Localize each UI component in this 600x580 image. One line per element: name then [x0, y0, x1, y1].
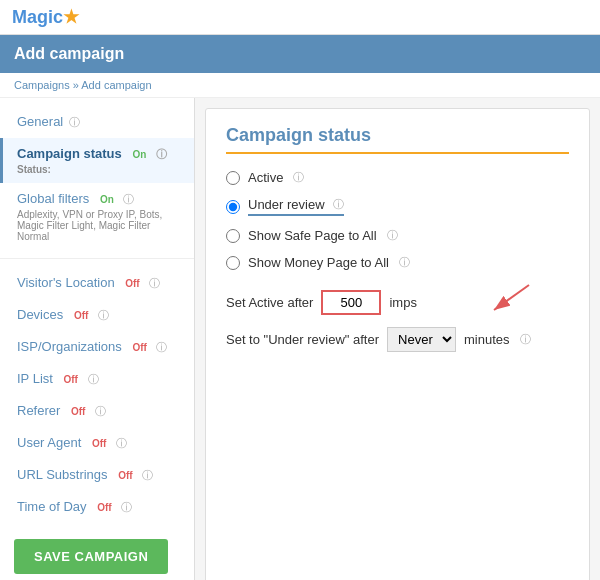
- sidebar-sub-global: Adplexity, VPN or Proxy IP, Bots, Magic …: [17, 209, 180, 242]
- sidebar-item-url-substrings[interactable]: URL Substrings Off ⓘ: [0, 459, 194, 491]
- content-area: Campaign status Active ⓘ Under review ⓘ …: [205, 108, 590, 580]
- info-icon-8: ⓘ: [95, 405, 106, 417]
- minutes-label: minutes: [464, 332, 510, 347]
- info-icon-9: ⓘ: [116, 437, 127, 449]
- red-arrow: [439, 280, 539, 320]
- page-header: Add campaign: [0, 35, 600, 73]
- sidebar-item-isp[interactable]: ISP/Organizations Off ⓘ: [0, 331, 194, 363]
- info-icon-active: ⓘ: [293, 170, 304, 185]
- radio-money-page[interactable]: Show Money Page to All ⓘ: [226, 255, 569, 270]
- set-under-review-row: Set to "Under review" after Never minute…: [226, 327, 569, 352]
- top-bar: Magic★: [0, 0, 600, 35]
- sidebar-sub-status: Status:: [17, 164, 180, 175]
- devices-badge: Off: [70, 309, 92, 322]
- radio-label-money-page: Show Money Page to All: [248, 255, 389, 270]
- isp-badge: Off: [128, 341, 150, 354]
- radio-input-under-review[interactable]: [226, 200, 240, 214]
- breadcrumb-parent[interactable]: Campaigns: [14, 79, 70, 91]
- radio-active[interactable]: Active ⓘ: [226, 170, 569, 185]
- info-icon-minutes: ⓘ: [520, 332, 531, 347]
- info-icon-10: ⓘ: [142, 469, 153, 481]
- sidebar-item-devices[interactable]: Devices Off ⓘ: [0, 299, 194, 331]
- sidebar-item-campaign-status[interactable]: Campaign status On ⓘ Status:: [0, 138, 194, 183]
- global-filters-badge: On: [96, 193, 118, 206]
- save-campaign-button[interactable]: SAVE CAMPAIGN: [14, 539, 168, 574]
- info-icon-under-review: ⓘ: [333, 197, 344, 212]
- url-substrings-badge: Off: [114, 469, 136, 482]
- info-icon-safe-page: ⓘ: [387, 228, 398, 243]
- info-icon-2: ⓘ: [156, 148, 167, 160]
- sidebar-item-referer[interactable]: Referer Off ⓘ: [0, 395, 194, 427]
- sidebar-item-user-agent[interactable]: User Agent Off ⓘ: [0, 427, 194, 459]
- radio-group: Active ⓘ Under review ⓘ Show Safe Page t…: [226, 170, 569, 270]
- radio-label-safe-page: Show Safe Page to All: [248, 228, 377, 243]
- set-active-label: Set Active after: [226, 295, 313, 310]
- radio-input-money-page[interactable]: [226, 256, 240, 270]
- campaign-status-badge: On: [128, 148, 150, 161]
- ip-list-badge: Off: [60, 373, 82, 386]
- info-icon-11: ⓘ: [121, 501, 132, 513]
- time-of-day-badge: Off: [93, 501, 115, 514]
- set-active-input[interactable]: [321, 290, 381, 315]
- sidebar-item-global-filters[interactable]: Global filters On ⓘ Adplexity, VPN or Pr…: [0, 183, 194, 250]
- user-agent-badge: Off: [88, 437, 110, 450]
- info-icon-3: ⓘ: [123, 193, 134, 205]
- breadcrumb-current: Add campaign: [81, 79, 151, 91]
- radio-input-active[interactable]: [226, 171, 240, 185]
- referer-badge: Off: [67, 405, 89, 418]
- never-select[interactable]: Never: [387, 327, 456, 352]
- logo-magic: Magic: [12, 7, 63, 27]
- logo: Magic★: [12, 6, 79, 28]
- breadcrumb: Campaigns » Add campaign: [0, 73, 600, 98]
- radio-safe-page[interactable]: Show Safe Page to All ⓘ: [226, 228, 569, 243]
- visitors-location-badge: Off: [121, 277, 143, 290]
- svg-line-1: [494, 285, 529, 310]
- section-title: Campaign status: [226, 125, 569, 154]
- set-under-review-label: Set to "Under review" after: [226, 332, 379, 347]
- info-icon-5: ⓘ: [98, 309, 109, 321]
- info-icon-money-page: ⓘ: [399, 255, 410, 270]
- sidebar-item-ip-list[interactable]: IP List Off ⓘ: [0, 363, 194, 395]
- set-active-unit: imps: [389, 295, 416, 310]
- logo-star: ★: [63, 7, 79, 27]
- sidebar-item-visitors-location[interactable]: Visitor's Location Off ⓘ: [0, 267, 194, 299]
- info-icon-7: ⓘ: [88, 373, 99, 385]
- sidebar: General ⓘ Campaign status On ⓘ Status: G…: [0, 98, 195, 580]
- info-icon-6: ⓘ: [156, 341, 167, 353]
- info-icon: ⓘ: [69, 116, 80, 128]
- radio-input-safe-page[interactable]: [226, 229, 240, 243]
- radio-under-review[interactable]: Under review ⓘ: [226, 197, 569, 216]
- radio-label-active: Active: [248, 170, 283, 185]
- main-layout: General ⓘ Campaign status On ⓘ Status: G…: [0, 98, 600, 580]
- sidebar-item-time-of-day[interactable]: Time of Day Off ⓘ: [0, 491, 194, 523]
- radio-label-under-review: Under review ⓘ: [248, 197, 344, 216]
- save-button-container: SAVE CAMPAIGN: [0, 523, 194, 580]
- info-icon-4: ⓘ: [149, 277, 160, 289]
- sidebar-item-general[interactable]: General ⓘ: [0, 106, 194, 138]
